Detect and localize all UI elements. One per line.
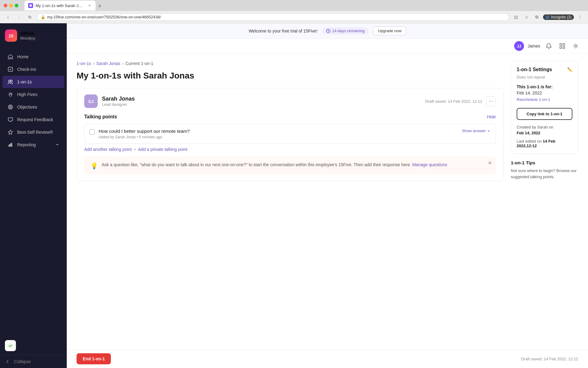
tip-close-button[interactable]: ✕ xyxy=(487,160,493,166)
incognito-label: Incognito (2) xyxy=(551,15,571,19)
new-tab-button[interactable]: + xyxy=(96,2,104,10)
reporting-icon xyxy=(7,142,13,148)
right-sidebar: 1-on-1 Settings ✏️ Does not repeat This … xyxy=(511,61,578,342)
draft-saved-text: Draft saved: 14 Feb 2022, 12:12 xyxy=(425,99,482,104)
sidebar-item-review-label: Best-Self Review® xyxy=(17,130,53,135)
breadcrumb-sarah-jonas[interactable]: Sarah Jonas xyxy=(96,61,120,66)
person-name: Sarah Jonas xyxy=(102,96,135,102)
manage-questions-link[interactable]: Manage questions xyxy=(412,162,447,167)
browser-chrome: My 1-on-1s with Sarah Jonas ✕ + ‹ › ↻ 🔒 … xyxy=(0,0,588,23)
grid-icon[interactable] xyxy=(557,41,567,51)
breadcrumb-one-on-ones[interactable]: 1-on-1s xyxy=(77,61,91,66)
add-private-talking-point-link[interactable]: Add a private talking point xyxy=(138,147,187,152)
trial-banner: Welcome to your free trial of 15Five! 14… xyxy=(67,23,588,39)
created-date: Feb 14, 2022 xyxy=(517,131,572,135)
menu-icon[interactable]: ⋮ xyxy=(576,13,584,21)
svg-point-16 xyxy=(575,45,577,47)
trial-badge: 14 days remaining xyxy=(322,27,368,34)
sidebar-item-highfives-label: High Fives xyxy=(17,92,37,97)
hide-talking-points-button[interactable]: Hide xyxy=(487,114,496,119)
browser-toolbar-actions: ⊡ ☆ ⧉ 👤 Incognito (2) ⋮ xyxy=(512,13,584,21)
breadcrumb: 1-on-1s › Sarah Jonas › Current 1-on-1 xyxy=(77,61,503,66)
sidebar-item-checkins[interactable]: Check-ins xyxy=(2,63,64,75)
maximize-window-dot[interactable] xyxy=(15,4,18,7)
talking-point-content: How could I better support our remote te… xyxy=(99,128,458,139)
tab-close-button[interactable]: ✕ xyxy=(87,3,92,8)
sidebar-item-feedback[interactable]: Request Feedback xyxy=(2,113,64,126)
tab-title: My 1-on-1s with Sarah Jonas xyxy=(36,3,85,8)
more-options-button[interactable]: ··· xyxy=(486,96,496,106)
sidebar-item-feedback-label: Request Feedback xyxy=(17,117,53,122)
svg-rect-14 xyxy=(560,47,562,48)
highfives-icon xyxy=(7,91,13,98)
active-tab[interactable]: My 1-on-1s with Sarah Jonas ✕ xyxy=(24,1,96,10)
back-button[interactable]: ‹ xyxy=(4,13,12,21)
page-title: My 1-on-1s with Sarah Jonas xyxy=(77,71,503,81)
settings-edit-button[interactable]: ✏️ xyxy=(567,67,572,72)
app-container: 15 15Five Moodjoy Home Check-ins xyxy=(0,23,588,368)
add-talking-point-link[interactable]: Add another talking point xyxy=(84,147,132,152)
copy-link-button[interactable]: Copy link to 1-on-1 xyxy=(517,108,572,120)
bottom-draft-saved: Draft saved: 14 Feb 2022, 12:12 xyxy=(521,357,578,361)
browser-tabs: My 1-on-1s with Sarah Jonas ✕ + xyxy=(21,1,108,10)
browser-titlebar: My 1-on-1s with Sarah Jonas ✕ + xyxy=(0,0,588,11)
svg-point-9 xyxy=(10,107,11,107)
tip-text-content: Ask a question like, "what do you want t… xyxy=(102,162,412,167)
talking-point-item: How could I better support our remote te… xyxy=(84,124,496,144)
reschedule-link[interactable]: Reschedule 1-on-1 xyxy=(517,97,572,102)
bookmark-icon[interactable]: ☆ xyxy=(522,13,531,21)
url-bar[interactable]: 🔒 my.15five.com/one-on-one/user/7502536/… xyxy=(37,13,509,21)
tip-box: 💡 Ask a question like, "what do you want… xyxy=(84,157,496,174)
breadcrumb-current: Current 1-on-1 xyxy=(125,61,153,66)
sidebar-item-home[interactable]: Home xyxy=(2,51,64,63)
talking-point-question: How could I better support our remote te… xyxy=(99,128,458,134)
sidebar-collapse-button[interactable]: Collapse xyxy=(0,355,67,368)
lock-icon: 🔒 xyxy=(41,15,45,19)
svg-rect-15 xyxy=(563,47,565,48)
talking-point-checkbox[interactable] xyxy=(89,129,95,135)
breadcrumb-sep-2: › xyxy=(122,61,124,66)
notification-bell-icon[interactable] xyxy=(544,41,554,51)
talking-points-title: Talking points xyxy=(84,114,117,120)
minimize-window-dot[interactable] xyxy=(9,4,13,7)
show-answer-button[interactable]: Show answer xyxy=(462,128,491,133)
settings-gear-icon[interactable] xyxy=(571,41,581,51)
sidebar-item-highfives[interactable]: High Fives xyxy=(2,88,64,101)
upgrade-button[interactable]: Upgrade now xyxy=(373,26,406,35)
add-tp-separator: • xyxy=(134,147,136,152)
svg-rect-12 xyxy=(560,44,562,45)
content-main: 1-on-1s › Sarah Jonas › Current 1-on-1 M… xyxy=(77,61,503,342)
refresh-button[interactable]: ↻ xyxy=(26,13,34,21)
clock-icon xyxy=(326,29,330,33)
url-text: my.15five.com/one-on-one/user/7502536/on… xyxy=(47,15,161,19)
chevron-down-icon xyxy=(487,129,491,133)
browser-toolbar: ‹ › ↻ 🔒 my.15five.com/one-on-one/user/75… xyxy=(0,11,588,23)
sidebar-item-review[interactable]: Best-Self Review® xyxy=(2,126,64,138)
settings-date: Feb 14, 2022 xyxy=(517,90,572,95)
sidebar-logo-text: 15Five Moodjoy xyxy=(20,31,35,40)
settings-repeat-text: Does not repeat xyxy=(517,75,572,79)
tips-text: Not sure where to begin? Browse our sugg… xyxy=(511,168,578,180)
person-details: Sarah Jonas Lead designer xyxy=(102,96,135,107)
main-content: Welcome to your free trial of 15Five! 14… xyxy=(67,23,588,368)
cast-icon[interactable]: ⊡ xyxy=(512,13,520,21)
page-content: 1-on-1s › Sarah Jonas › Current 1-on-1 M… xyxy=(67,54,588,349)
svg-point-6 xyxy=(10,80,12,82)
sidebar-item-reporting[interactable]: Reporting xyxy=(2,139,64,151)
end-one-on-one-button[interactable]: End 1-on-1 xyxy=(77,353,111,364)
show-answer-label: Show answer xyxy=(462,128,486,133)
sidebar-item-home-label: Home xyxy=(17,54,28,59)
svg-rect-13 xyxy=(563,44,565,45)
talking-point-meta: Added by Sarah Jonas • 6 minutes ago xyxy=(99,135,458,139)
close-window-dot[interactable] xyxy=(4,4,7,7)
lightbulb-icon: 💡 xyxy=(90,162,98,170)
window-icon[interactable]: ⧉ xyxy=(533,13,541,21)
checkmark-widget[interactable] xyxy=(5,340,16,351)
forward-button[interactable]: › xyxy=(15,13,23,21)
app-logo-icon: 15 xyxy=(5,29,17,42)
reporting-chevron-icon xyxy=(55,143,59,147)
sidebar-item-objectives[interactable]: Objectives xyxy=(2,101,64,113)
sidebar-item-one-on-ones[interactable]: 1-on-1s xyxy=(2,76,64,88)
last-edited-label: Last edited on 14 Feb 2022,12:12 xyxy=(517,139,572,148)
svg-text:👤: 👤 xyxy=(546,16,550,19)
